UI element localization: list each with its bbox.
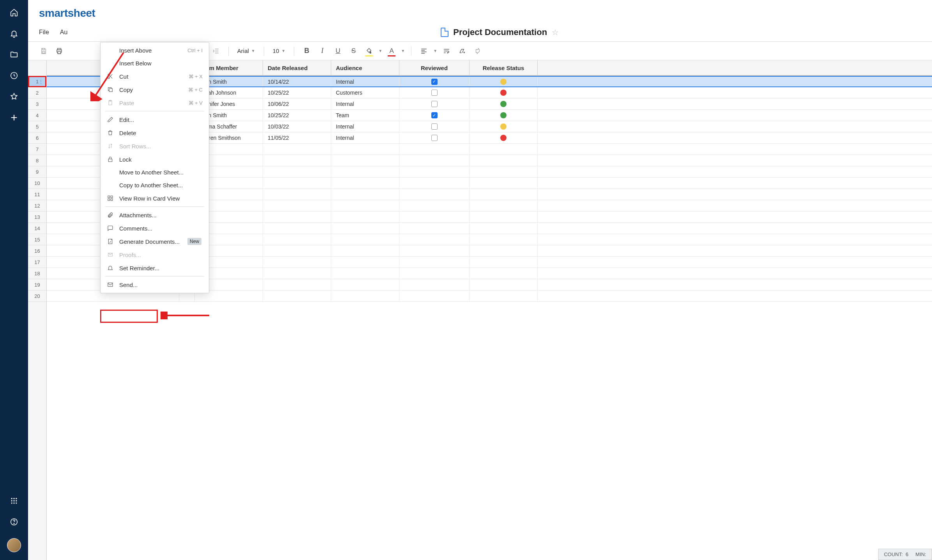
- row-menu-icon[interactable]: ⋮: [38, 81, 44, 83]
- col-header-reviewed[interactable]: Reviewed: [399, 60, 470, 75]
- cell-audience[interactable]: [331, 268, 399, 279]
- cell-reviewed[interactable]: [399, 234, 470, 245]
- cell-release-status[interactable]: [470, 279, 538, 290]
- cell-reviewed[interactable]: [399, 279, 470, 290]
- cell-audience[interactable]: [331, 279, 399, 290]
- cell-release-status[interactable]: [470, 234, 538, 245]
- cell-audience[interactable]: Customers: [331, 87, 399, 98]
- cell-date[interactable]: [263, 166, 331, 177]
- strikethrough-icon[interactable]: S: [347, 45, 360, 57]
- cell-release-status[interactable]: [470, 178, 538, 188]
- menu-copy[interactable]: Copy⌘ + C: [101, 83, 209, 96]
- cell-audience[interactable]: [331, 189, 399, 200]
- cell-reviewed[interactable]: [399, 166, 470, 177]
- row-number-16[interactable]: 16: [28, 245, 46, 257]
- cell-release-status[interactable]: [470, 223, 538, 234]
- cell-reviewed[interactable]: [399, 155, 470, 166]
- cell-release-status[interactable]: [470, 211, 538, 222]
- menu-card-view[interactable]: View Row in Card View: [101, 192, 209, 205]
- menu-delete[interactable]: Delete: [101, 126, 209, 139]
- cell-audience[interactable]: Internal: [331, 121, 399, 132]
- row-number-20[interactable]: 20: [28, 291, 46, 302]
- align-caret[interactable]: ▼: [433, 49, 437, 53]
- menu-edit[interactable]: Edit...: [101, 113, 209, 126]
- cell-release-status[interactable]: [470, 166, 538, 177]
- col-header-audience[interactable]: Audience: [331, 60, 399, 75]
- format-painter-icon[interactable]: [471, 45, 484, 57]
- row-number-4[interactable]: 4: [28, 110, 46, 121]
- cell-release-status[interactable]: [470, 189, 538, 200]
- cell-audience[interactable]: Internal: [331, 77, 399, 86]
- row-number-10[interactable]: 10: [28, 178, 46, 189]
- add-icon[interactable]: [9, 113, 19, 122]
- cell-date[interactable]: 10/06/22: [263, 99, 331, 109]
- text-color-caret[interactable]: ▼: [401, 49, 405, 53]
- menu-comments[interactable]: Comments...: [101, 222, 209, 235]
- row-number-11[interactable]: 11: [28, 189, 46, 200]
- cell-audience[interactable]: Team: [331, 110, 399, 121]
- cell-reviewed[interactable]: [399, 257, 470, 268]
- cell-date[interactable]: 10/25/22: [263, 87, 331, 98]
- row-number-3[interactable]: 3: [28, 99, 46, 110]
- wrap-icon[interactable]: [440, 45, 453, 57]
- cell-reviewed[interactable]: [399, 189, 470, 200]
- row-number-12[interactable]: 12: [28, 200, 46, 211]
- cell-release-status[interactable]: [470, 132, 538, 143]
- row-number-19[interactable]: 19: [28, 279, 46, 291]
- cell-release-status[interactable]: [470, 110, 538, 121]
- text-color-icon[interactable]: A: [385, 45, 398, 57]
- clear-format-icon[interactable]: [456, 45, 468, 57]
- menu-insert-below[interactable]: Insert Below: [101, 57, 209, 70]
- cell-reviewed[interactable]: [399, 200, 470, 211]
- cell-release-status[interactable]: [470, 291, 538, 301]
- favorite-star-icon[interactable]: ☆: [552, 28, 559, 37]
- cell-date[interactable]: 10/25/22: [263, 110, 331, 121]
- italic-icon[interactable]: I: [316, 45, 328, 57]
- row-number-15[interactable]: 15: [28, 234, 46, 245]
- underline-icon[interactable]: U: [332, 45, 344, 57]
- menu-file[interactable]: File: [39, 29, 49, 36]
- cell-reviewed[interactable]: [399, 87, 470, 98]
- cell-date[interactable]: [263, 268, 331, 279]
- menu-cut[interactable]: Cut⌘ + X: [101, 70, 209, 83]
- row-number-2[interactable]: 2: [28, 87, 46, 99]
- cell-date[interactable]: [263, 291, 331, 301]
- font-family-select[interactable]: Arial▼: [235, 48, 258, 54]
- col-header-release-status[interactable]: Release Status: [470, 60, 538, 75]
- row-number-9[interactable]: 9: [28, 166, 46, 178]
- row-number-5[interactable]: 5: [28, 121, 46, 132]
- cell-audience[interactable]: [331, 144, 399, 155]
- cell-date[interactable]: 11/05/22: [263, 132, 331, 143]
- cell-date[interactable]: [263, 200, 331, 211]
- row-number-8[interactable]: 8: [28, 155, 46, 166]
- fill-color-icon[interactable]: [363, 45, 375, 57]
- bold-icon[interactable]: B: [300, 45, 313, 57]
- cell-audience[interactable]: [331, 245, 399, 256]
- menu-insert-above[interactable]: Insert AboveCtrl + I: [101, 44, 209, 57]
- row-number-14[interactable]: 14: [28, 223, 46, 234]
- cell-date[interactable]: 10/03/22: [263, 121, 331, 132]
- row-number-7[interactable]: 7: [28, 144, 46, 155]
- menu-send[interactable]: Send...: [101, 278, 209, 291]
- cell-audience[interactable]: [331, 166, 399, 177]
- cell-reviewed[interactable]: [399, 223, 470, 234]
- cell-audience[interactable]: [331, 223, 399, 234]
- cell-date[interactable]: [263, 223, 331, 234]
- cell-release-status[interactable]: [470, 99, 538, 109]
- cell-date[interactable]: [263, 144, 331, 155]
- checkbox-icon[interactable]: [431, 101, 438, 107]
- menu-generate-documents[interactable]: Generate Documents...New: [101, 235, 209, 248]
- cell-release-status[interactable]: [470, 155, 538, 166]
- favorites-icon[interactable]: [9, 92, 19, 101]
- folder-icon[interactable]: [9, 50, 19, 59]
- row-number-1[interactable]: 1⋮: [28, 76, 46, 87]
- help-icon[interactable]: [9, 517, 19, 527]
- cell-reviewed[interactable]: ✓: [399, 110, 470, 121]
- font-size-select[interactable]: 10▼: [270, 48, 288, 54]
- cell-reviewed[interactable]: [399, 178, 470, 188]
- indent-icon[interactable]: [210, 45, 222, 57]
- cell-reviewed[interactable]: [399, 144, 470, 155]
- cell-date[interactable]: 10/14/22: [263, 77, 331, 86]
- menu-lock[interactable]: Lock: [101, 153, 209, 166]
- cell-date[interactable]: [263, 178, 331, 188]
